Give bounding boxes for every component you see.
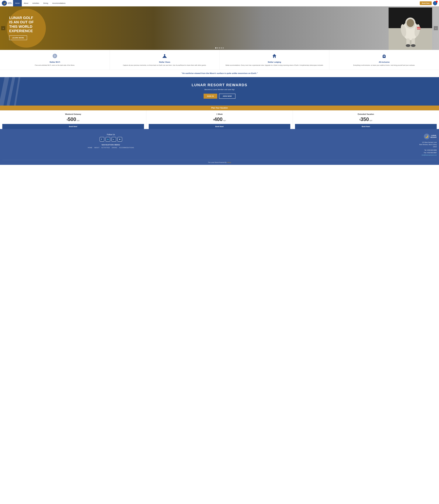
footer-nav-activities[interactable]: ACTIVITIES xyxy=(101,147,110,149)
svg-marker-35 xyxy=(119,139,121,140)
svg-rect-26 xyxy=(274,57,275,58)
twitter-icon[interactable]: 🐦 xyxy=(106,137,110,141)
nav-link-activities[interactable]: Activities xyxy=(30,0,41,6)
hero-dot-4[interactable] xyxy=(221,47,222,48)
plan-card-title-weekend: Weekend Getaway xyxy=(2,113,144,115)
plan-dollar-week: $ xyxy=(213,119,214,121)
join-button[interactable]: JOIN NOW xyxy=(219,94,235,99)
hero-section: LUNAR GOLF IS AN OUT OF THIS WORLD EXPER… xyxy=(0,6,439,50)
powered-by-text: The Lunar Resort-Powered By xyxy=(208,162,227,163)
footer-nav-title: NAVIGATION MENU xyxy=(2,144,220,146)
plan-price-extended: $350 night xyxy=(295,117,437,122)
book-week-button[interactable]: Book Now! xyxy=(149,124,290,129)
linkedin-icon[interactable]: in xyxy=(111,137,116,141)
plan-card-weekend: Weekend Getaway $500 night Book Now! xyxy=(0,110,146,129)
quote-text: "An earthrise viewed from the Moon's sur… xyxy=(5,72,434,74)
feature-allinclusive: All-inclusive Everything is all-inclusiv… xyxy=(329,50,439,70)
footer-nav-about[interactable]: ABOUT xyxy=(94,147,99,149)
plan-card-week: 1 Week $400 night Book Now! xyxy=(146,110,293,129)
book-extended-button[interactable]: Book Now! xyxy=(295,124,437,129)
nav-link-dining[interactable]: Dining xyxy=(41,0,50,6)
svg-point-14 xyxy=(406,44,410,47)
nav-link-accommodations[interactable]: Accommodations xyxy=(50,0,67,6)
hero-prev-button[interactable]: ‹ xyxy=(1,26,5,30)
plan-cards: Weekend Getaway $500 night Book Now! 1 W… xyxy=(0,110,439,129)
views-title: Stellar Views xyxy=(112,61,217,63)
views-icon xyxy=(112,53,217,60)
features-section: Stellar Wi-Fi Free and unlimited Wi-Fi, … xyxy=(0,50,439,70)
lodging-icon xyxy=(222,53,327,60)
footer-right: 🌙 LUNAR RESORT 123 Mare Nectaris Lane Ma… xyxy=(220,134,437,156)
svg-marker-23 xyxy=(162,55,167,58)
brand-logo[interactable]: 🌙 LUNAR RESORT xyxy=(2,1,12,6)
nav-item-accommodations[interactable]: Accommodations xyxy=(50,0,67,6)
nav-menu: Home About Activities Dining Accommodati… xyxy=(13,0,420,6)
navbar-right: Book Now 👤 3 xyxy=(420,1,437,5)
svg-text:in: in xyxy=(113,139,114,140)
youtube-icon[interactable] xyxy=(118,137,122,141)
svg-line-30 xyxy=(8,77,14,105)
footer-email[interactable]: info@thelunarresort.com xyxy=(422,154,437,156)
book-weekend-button[interactable]: Book Now! xyxy=(2,124,144,129)
liferay-link[interactable]: Liferay xyxy=(227,162,231,163)
lodging-title: Stellar Lodging xyxy=(222,61,327,63)
plan-price-weekend: $500 night xyxy=(2,117,144,122)
plan-header: Plan Your Vacation xyxy=(0,105,439,110)
footer-contact: Tel: 4-919-843-6666 Fax: 4-919-843-6667 … xyxy=(422,149,437,156)
hero-dot-3[interactable] xyxy=(219,47,220,48)
plan-night-weekend: night xyxy=(76,120,80,121)
footer-nav-dining[interactable]: DINING xyxy=(112,147,117,149)
astronaut-svg xyxy=(389,8,432,50)
feature-wifi: Stellar Wi-Fi Free and unlimited Wi-Fi, … xyxy=(0,50,110,70)
footer-tel: Tel: 4-919-843-6666 xyxy=(422,149,437,152)
rewards-section: LUNAR RESORT REWARDS Become a Lunar Memb… xyxy=(0,77,439,105)
footer-nav-accommodations[interactable]: ACCOMMODATIONS xyxy=(119,147,134,149)
svg-text:🐦: 🐦 xyxy=(107,139,109,141)
svg-rect-9 xyxy=(417,27,420,28)
hero-dot-5[interactable] xyxy=(223,47,224,48)
hero-cta-button[interactable]: LEARN MORE xyxy=(9,35,27,40)
social-icons: f 🐦 in xyxy=(2,137,220,141)
svg-text:f: f xyxy=(101,138,102,140)
hero-astronaut-image xyxy=(389,8,432,50)
svg-point-15 xyxy=(411,44,415,47)
plan-amount-extended: 350 xyxy=(361,117,369,122)
signin-button[interactable]: SIGN IN xyxy=(204,94,217,99)
footer-logo: 🌙 LUNAR RESORT xyxy=(424,134,437,139)
hero-dot-2[interactable] xyxy=(217,47,218,48)
user-avatar[interactable]: 👤 3 xyxy=(433,1,437,5)
allinclusive-title: All-inclusive xyxy=(332,61,437,63)
hero-content: LUNAR GOLF IS AN OUT OF THIS WORLD EXPER… xyxy=(9,16,34,40)
footer: Follow Us f 🐦 in NAVIGATION MENU HOME AB… xyxy=(0,129,439,165)
feature-lodging: Stellar Lodging Stellar accomodations. E… xyxy=(220,50,329,70)
follow-us-title: Follow Us xyxy=(2,134,220,136)
wifi-icon xyxy=(2,53,107,60)
footer-address: 123 Mare Nectaris Lane Mare Nectaris, Mo… xyxy=(419,141,437,148)
plan-price-week: $400 night xyxy=(149,117,290,122)
nav-link-about[interactable]: About xyxy=(22,0,30,6)
views-desc: Capture all your precious memories, so t… xyxy=(112,64,217,66)
nav-item-home[interactable]: Home xyxy=(13,0,22,6)
book-now-button[interactable]: Book Now xyxy=(420,1,432,5)
nav-item-about[interactable]: About xyxy=(22,0,30,6)
svg-line-29 xyxy=(1,77,7,105)
svg-marker-24 xyxy=(272,54,276,56)
logo-moon-icon: 🌙 xyxy=(3,2,5,4)
footer-fax: Fax: 4-919-843-6667 xyxy=(422,152,437,154)
hero-dots xyxy=(215,47,224,48)
hero-dot-1[interactable] xyxy=(215,47,216,48)
allinclusive-desc: Everything is all-inclusive, so leave yo… xyxy=(332,64,437,66)
nav-item-dining[interactable]: Dining xyxy=(41,0,50,6)
rewards-bg-decoration xyxy=(0,77,23,105)
footer-nav-home[interactable]: HOME xyxy=(88,147,92,149)
hero-next-button[interactable]: › xyxy=(434,26,438,30)
facebook-icon[interactable]: f xyxy=(100,137,104,141)
hero-background xyxy=(0,6,439,50)
nav-item-activities[interactable]: Activities xyxy=(30,0,41,6)
svg-point-5 xyxy=(407,19,414,27)
feature-views: Stellar Views Capture all your precious … xyxy=(110,50,220,70)
footer-logo-circle: 🌙 xyxy=(424,134,430,139)
notification-badge: 3 xyxy=(436,1,438,2)
nav-link-home[interactable]: Home xyxy=(13,0,22,6)
footer-nav-links: HOME ABOUT ACTIVITIES DINING ACCOMMODATI… xyxy=(2,147,220,149)
